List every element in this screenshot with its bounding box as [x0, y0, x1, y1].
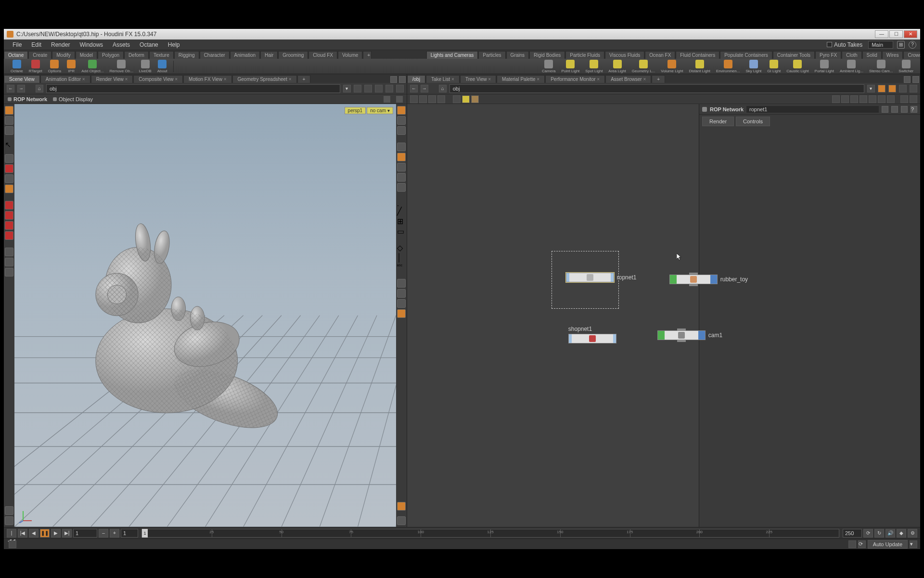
shelf-tool[interactable]: Point Light	[559, 59, 583, 74]
auto-update-button[interactable]: Auto Update	[868, 540, 908, 549]
shelf-tab[interactable]: Wires	[882, 51, 903, 59]
frame-inc-button[interactable]: +	[110, 529, 119, 538]
pane-tab[interactable]: Geometry Spreadsheet	[232, 75, 297, 83]
xray-icon[interactable]	[397, 173, 406, 182]
normals-icon[interactable]: ╱	[397, 207, 406, 215]
netbox-icon[interactable]	[462, 95, 470, 103]
layout-v-icon[interactable]	[841, 95, 849, 103]
shelf-tab[interactable]: Cloth	[842, 51, 861, 59]
menu-edit[interactable]: Edit	[26, 41, 46, 48]
shelf-tool[interactable]: RTarget	[26, 59, 45, 74]
path-dropdown-icon[interactable]: ▾	[343, 85, 351, 92]
wireframe-icon[interactable]	[397, 163, 406, 171]
shelf-tab[interactable]: Grooming	[278, 51, 308, 59]
pane-tab[interactable]: Performance Monitor	[545, 75, 605, 83]
follow-sel-icon[interactable]	[878, 85, 886, 92]
handle-tool-icon[interactable]	[5, 154, 13, 163]
menu-assets[interactable]: Assets	[108, 41, 135, 48]
frame-all-icon[interactable]	[869, 95, 876, 103]
collapse-icon[interactable]	[850, 95, 858, 103]
safe-area-icon[interactable]	[397, 309, 406, 318]
filter-icon[interactable]	[891, 106, 898, 113]
toolbox-icon[interactable]	[5, 516, 13, 525]
param-link-icon[interactable]	[888, 85, 896, 92]
menu-windows[interactable]: Windows	[75, 41, 108, 48]
node-cam1[interactable]: cam1	[657, 330, 722, 340]
select-tool-icon[interactable]	[5, 106, 13, 115]
shelf-tool[interactable]: Area Light	[605, 59, 629, 74]
shelf-tab[interactable]: Ocean FX	[645, 51, 675, 59]
pane-menu-icon[interactable]	[390, 76, 397, 83]
menu-file[interactable]: File	[8, 41, 26, 48]
camera-badge[interactable]: no cam ▾	[367, 107, 393, 114]
render-icon[interactable]	[375, 85, 383, 92]
pane-tab[interactable]: Render View	[91, 75, 133, 83]
shelf-tab[interactable]: Fluid Containers	[676, 51, 719, 59]
network-path-input[interactable]	[449, 84, 864, 93]
timeline-cursor[interactable]: 1	[142, 529, 148, 538]
shading-icon[interactable]	[397, 153, 406, 161]
shelf-tab[interactable]: Animation	[230, 51, 260, 59]
pane-tab[interactable]: Material Palette	[497, 75, 545, 83]
auto-takes-checkbox[interactable]	[827, 42, 832, 47]
desktop-selector[interactable]: Main	[868, 41, 893, 49]
first-frame-button[interactable]: |◀◀	[7, 529, 16, 538]
timeline-track[interactable]: 1 255075100125150175200225	[141, 529, 839, 538]
help-icon[interactable]: ?	[911, 106, 917, 113]
shelf-tab[interactable]: Modify	[52, 51, 75, 59]
node-shopnet1[interactable]: shopnet1	[568, 326, 616, 343]
network-canvas[interactable]: ropnet1rubber_toyshopnet1cam1	[407, 104, 699, 527]
pane-tab[interactable]: Animation Editor	[40, 75, 90, 83]
shelf-tool[interactable]: Ambient Lig...	[837, 59, 866, 74]
pane-tab[interactable]: Motion FX View	[183, 75, 231, 83]
prev-frame-button[interactable]: ◀	[29, 529, 38, 538]
shelf-tool[interactable]: Portal Light	[812, 59, 837, 74]
pane-tab[interactable]: +	[652, 75, 665, 83]
net-opts-icon[interactable]	[910, 85, 917, 92]
frame-dec-button[interactable]: –	[99, 529, 108, 538]
shelf-tool[interactable]: About	[154, 59, 170, 74]
display-opts-icon[interactable]	[397, 106, 406, 115]
shelf-tool[interactable]: Switcher	[896, 59, 916, 74]
shelf-tool[interactable]: IPR	[64, 59, 78, 74]
text-icon[interactable]: abc	[397, 263, 406, 272]
shelf-tab[interactable]: Rigging	[174, 51, 199, 59]
uv-icon[interactable]: ⊞	[397, 217, 406, 225]
shelf-tool[interactable]: Volume Light	[658, 59, 686, 74]
tab-controls[interactable]: Controls	[736, 117, 770, 126]
field-guide-icon[interactable]	[397, 299, 406, 308]
info-icon[interactable]	[901, 106, 908, 113]
path-dropdown-icon[interactable]: ▾	[867, 85, 875, 92]
pane-tab[interactable]: Scene View	[4, 75, 40, 83]
lasso-tool-icon[interactable]	[5, 116, 13, 125]
shelf-tool[interactable]: Add Object...	[78, 59, 106, 74]
refresh-icon[interactable]: ⟳	[858, 540, 866, 548]
node-rubber_toy[interactable]: rubber_toy	[669, 275, 748, 284]
shelf-tool[interactable]: LiveDB	[136, 59, 154, 74]
pane-tab[interactable]: Tree View	[460, 75, 496, 83]
prev-key-button[interactable]: |◀	[18, 529, 27, 538]
shelf-tool[interactable]: Spot Light	[582, 59, 605, 74]
shelf-tab[interactable]: Crowds	[903, 51, 920, 59]
snap-multi-icon[interactable]	[5, 231, 13, 240]
tab-render[interactable]: Render	[702, 117, 734, 126]
shelf-tab[interactable]: Model	[76, 51, 97, 59]
shelf-tool[interactable]: Sky Light	[743, 59, 764, 74]
node-ropnet1[interactable]: ropnet1	[566, 273, 637, 282]
flipbook-icon[interactable]	[385, 85, 393, 92]
shelf-tool[interactable]: Options	[45, 59, 64, 74]
home-icon[interactable]: ⌂	[36, 85, 43, 92]
show-all-icon[interactable]	[397, 143, 406, 151]
subnet-icon[interactable]	[471, 95, 479, 103]
menu-octane[interactable]: Octane	[135, 41, 163, 48]
expand-icon[interactable]	[860, 95, 867, 103]
next-frame-button[interactable]: ▶|	[62, 529, 72, 538]
shelf-tab[interactable]: +	[363, 51, 372, 59]
shelf-tool[interactable]: Remove Ob...	[107, 59, 136, 74]
sticky-icon[interactable]	[453, 95, 461, 103]
nav-back-icon[interactable]: ←	[410, 85, 418, 92]
audio-icon[interactable]: 🔊	[886, 529, 895, 538]
arrow-tool-icon[interactable]: ↖	[5, 140, 13, 149]
play-button[interactable]: ▶	[51, 529, 61, 538]
sheet-mode-icon[interactable]	[437, 95, 445, 103]
